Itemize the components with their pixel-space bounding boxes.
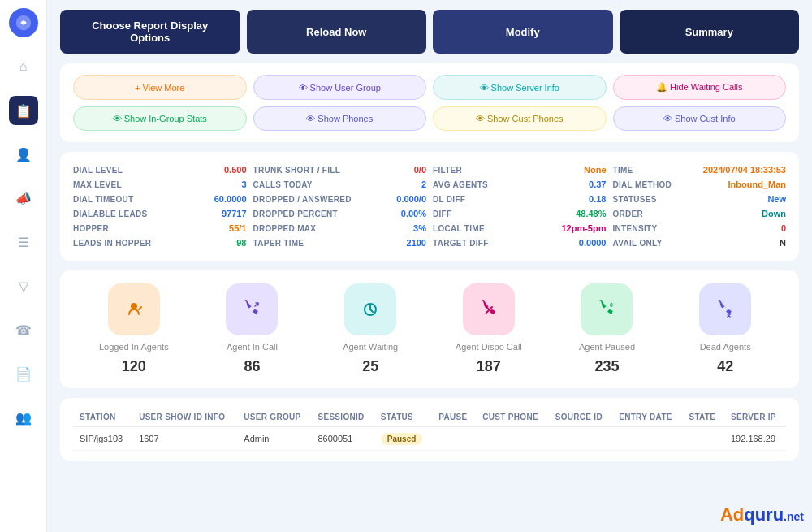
waiting-icon — [344, 283, 396, 335]
sidebar-item-groups[interactable]: 👥 — [9, 403, 38, 432]
stat-local-time: LOCAL TIME 12pm-5pm — [433, 223, 607, 233]
agent-card-logged-in: Logged In Agents 120 — [80, 283, 188, 375]
stats-col-3: FILTER None AVG AGENTS 0.37 DL DIFF 0.18… — [433, 165, 607, 248]
watermark-guru: quru — [744, 504, 784, 525]
table-row: SIP/jgs103 1607 Admin 8600051 Paused 192… — [73, 427, 786, 451]
reload-now-button[interactable]: Reload Now — [247, 10, 427, 54]
stat-hopper: HOPPER 55/1 — [73, 223, 247, 233]
watermark-ad: Ad — [720, 504, 744, 525]
stat-calls-today: CALLS TODAY 2 — [253, 179, 427, 189]
svg-rect-9 — [594, 296, 620, 322]
view-more-button[interactable]: + View More — [73, 75, 247, 100]
stats-col-1: DIAL LEVEL 0.500 MAX LEVEL 3 DIAL TIMEOU… — [73, 165, 247, 248]
col-entry-date: ENTRY DATE — [612, 408, 682, 427]
stat-dropped-percent: DROPPED PERCENT 0.00% — [253, 209, 427, 218]
summary-button[interactable]: Summary — [620, 10, 800, 54]
hide-waiting-calls-button[interactable]: 🔔 Hide Waiting Calls — [613, 75, 787, 100]
quick-actions-card: + View More 👁 Show User Group 👁 Show Ser… — [60, 63, 799, 142]
dispo-icon — [463, 283, 515, 335]
show-user-group-button[interactable]: 👁 Show User Group — [253, 75, 427, 100]
col-status: STATUS — [374, 408, 432, 427]
dead-agents-icon — [699, 283, 751, 335]
sidebar-item-docs[interactable]: 📄 — [9, 359, 38, 388]
watermark: Adquru.net — [720, 504, 804, 526]
agent-card-in-call: Agent In Call 86 — [198, 283, 307, 375]
stat-diff: DIFF 48.48% — [433, 209, 607, 218]
agent-card-dispo: Agent Dispo Call 187 — [434, 283, 543, 375]
show-server-info-button[interactable]: 👁 Show Server Info — [433, 75, 607, 100]
watermark-net: .net — [784, 510, 804, 523]
paused-icon: 0 — [581, 283, 633, 335]
header-buttons: Choose Report Display Options Reload Now… — [60, 10, 799, 54]
stat-statuses: STATUSES New — [613, 194, 787, 204]
stats-col-4: TIME 2024/07/04 18:33:53 DIAL METHOD Inb… — [613, 165, 787, 248]
sidebar-logo — [9, 8, 38, 37]
stat-dial-level: DIAL LEVEL 0.500 — [73, 165, 247, 175]
sidebar-item-calls[interactable]: ☎ — [9, 315, 38, 344]
agents-table: STATION USER SHOW ID INFO USER GROUP SES… — [73, 408, 786, 451]
stat-avail-only: AVAIL ONLY N — [613, 238, 787, 248]
agent-card-dead: Dead Agents 42 — [671, 283, 780, 375]
stat-intensity: INTENSITY 0 — [613, 223, 787, 233]
show-cust-phones-button[interactable]: 👁 Show Cust Phones — [433, 106, 607, 131]
choose-report-button[interactable]: Choose Report Display Options — [60, 10, 240, 54]
stat-max-level: MAX LEVEL 3 — [73, 179, 247, 189]
show-cust-info-button[interactable]: 👁 Show Cust Info — [613, 106, 787, 131]
show-in-group-stats-button[interactable]: 👁 Show In-Group Stats — [73, 106, 247, 131]
agent-cards: Logged In Agents 120 Agent In Call 86 — [60, 270, 799, 388]
stats-col-2: TRUNK SHORT / FILL 0/0 CALLS TODAY 2 DRO… — [253, 165, 427, 248]
col-pause: PAUSE — [432, 408, 476, 427]
stat-avg-agents: AVG AGENTS 0.37 — [433, 179, 607, 189]
stats-card: DIAL LEVEL 0.500 MAX LEVEL 3 DIAL TIMEOU… — [60, 152, 799, 261]
stat-leads-in-hopper: LEADS IN HOPPER 98 — [73, 238, 247, 248]
agent-card-waiting: Agent Waiting 25 — [316, 283, 425, 375]
stat-taper-time: TAPER TIME 2100 — [253, 238, 427, 248]
col-user-group: USER GROUP — [237, 408, 311, 427]
logged-in-icon — [108, 283, 160, 335]
sidebar-item-home[interactable]: ⌂ — [9, 52, 38, 81]
quick-actions-grid: + View More 👁 Show User Group 👁 Show Ser… — [73, 75, 786, 131]
stat-dropped-max: DROPPED MAX 3% — [253, 223, 427, 233]
stat-dialable-leads: DIALABLE LEADS 97717 — [73, 209, 247, 218]
in-call-icon — [226, 283, 278, 335]
stat-dial-method: DIAL METHOD Inbound_Man — [613, 179, 787, 189]
stat-dial-timeout: DIAL TIMEOUT 60.0000 — [73, 194, 247, 204]
col-user-show-id: USER SHOW ID INFO — [132, 408, 237, 427]
svg-text:0: 0 — [610, 302, 613, 308]
col-source-id: SOURCE ID — [549, 408, 612, 427]
stat-dl-diff: DL DIFF 0.18 — [433, 194, 607, 204]
main-content: Choose Report Display Options Reload Now… — [47, 0, 812, 532]
sidebar-item-list[interactable]: ☰ — [9, 227, 38, 257]
stat-filter: FILTER None — [433, 165, 607, 175]
svg-rect-3 — [239, 296, 265, 322]
status-badge: Paused — [381, 433, 423, 445]
sidebar-item-campaigns[interactable]: 📣 — [9, 184, 38, 213]
col-sessionid: SESSIONID — [311, 408, 374, 427]
stat-order: ORDER Down — [613, 209, 787, 218]
col-server-ip: SERVER IP — [724, 408, 786, 427]
col-cust-phone: CUST PHONE — [476, 408, 548, 427]
modify-button[interactable]: Modify — [433, 10, 613, 54]
stat-dropped-answered: DROPPED / ANSWERED 0.000/0 — [253, 194, 427, 204]
col-station: STATION — [73, 408, 132, 427]
sidebar: ⌂ 📋 👤 📣 ☰ ▽ ☎ 📄 👥 — [0, 0, 47, 532]
agent-card-paused: 0 Agent Paused 235 — [553, 283, 662, 375]
svg-point-2 — [131, 303, 137, 309]
stat-time: TIME 2024/07/04 18:33:53 — [613, 165, 787, 175]
show-phones-button[interactable]: 👁 Show Phones — [253, 106, 427, 131]
agents-table-card: STATION USER SHOW ID INFO USER GROUP SES… — [60, 398, 799, 461]
sidebar-item-filter[interactable]: ▽ — [9, 271, 38, 301]
sidebar-item-users[interactable]: 👤 — [9, 140, 38, 169]
sidebar-item-reports[interactable]: 📋 — [9, 96, 38, 125]
stat-trunk: TRUNK SHORT / FILL 0/0 — [253, 165, 427, 175]
stat-target-diff: TARGET DIFF 0.0000 — [433, 238, 607, 248]
svg-rect-12 — [712, 296, 738, 322]
col-state: STATE — [682, 408, 724, 427]
